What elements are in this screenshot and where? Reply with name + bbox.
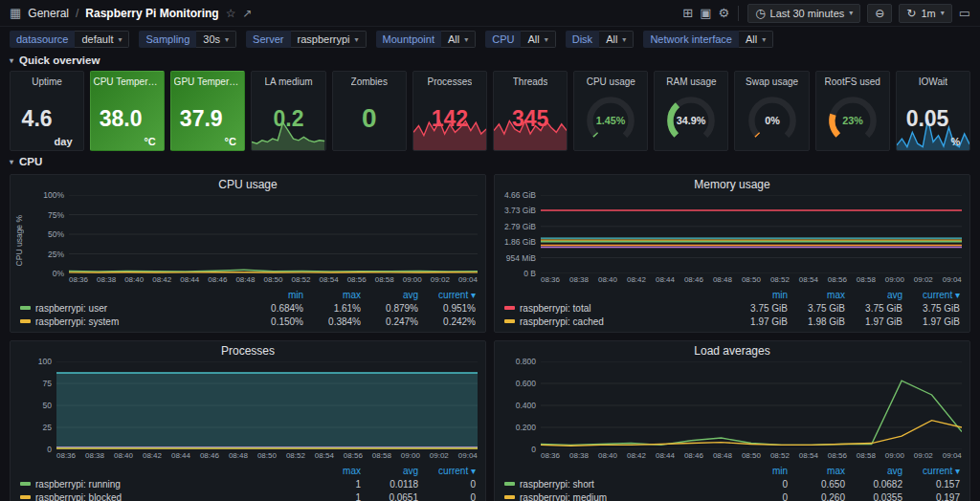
stat-panel-title[interactable]: Zombies (351, 76, 388, 87)
legend-series-toggle[interactable]: raspberrypi: blocked (20, 492, 303, 501)
plot-area[interactable] (69, 195, 478, 273)
tv-mode-icon[interactable]: ▭ (959, 7, 970, 19)
stat-panel-title[interactable]: IOWait (919, 76, 947, 87)
plot-area[interactable] (541, 361, 962, 449)
row-header-quick-overview[interactable]: ▾ Quick overview (0, 52, 980, 69)
legend-series-value: 0.247% (361, 316, 418, 327)
legend-column-header[interactable]: max (303, 290, 361, 300)
legend-series-toggle[interactable]: raspberrypi: total (504, 303, 730, 314)
stat-panel-title[interactable]: CPU usage (587, 76, 635, 87)
legend-column-header[interactable]: min (730, 290, 788, 300)
x-tick: 08:54 (799, 275, 818, 284)
y-axis-label: CPU usage % (12, 195, 25, 286)
stat-panel-title[interactable]: Threads (513, 76, 548, 87)
save-dashboard-icon[interactable]: ▣ (700, 7, 711, 19)
legend-series-value: 3.75 GiB (730, 303, 788, 314)
chevron-down-icon: ▾ (225, 35, 229, 44)
breadcrumb-title[interactable]: Raspberry Pi Monitoring (85, 7, 218, 20)
legend-column-header[interactable]: max (788, 466, 845, 476)
x-tick: 08:44 (180, 275, 199, 284)
add-panel-icon[interactable]: ⊞ (682, 7, 693, 19)
legend-series-toggle[interactable]: raspberrypi: user (20, 303, 246, 314)
variable-value-dropdown[interactable]: All▾ (441, 31, 476, 48)
breadcrumb-folder[interactable]: General (28, 7, 69, 20)
stat-panel-title[interactable]: RAM usage (666, 76, 716, 87)
variable-value-dropdown[interactable]: All▾ (521, 31, 555, 48)
time-range-picker[interactable]: ◷ Last 30 minutes ▾ (747, 4, 860, 23)
variable-value-text: All (746, 33, 757, 45)
variable-label: Sampling (139, 31, 196, 48)
variable-value-dropdown[interactable]: 30s▾ (196, 31, 236, 48)
legend-column-header[interactable]: current ▾ (902, 466, 960, 476)
legend-column-header[interactable]: avg (361, 290, 418, 300)
x-tick: 08:40 (124, 275, 144, 284)
legend-column-header[interactable]: avg (845, 466, 902, 476)
legend-series-value: 0.650 (788, 479, 845, 490)
refresh-picker[interactable]: ↻ 1m ▾ (899, 4, 951, 23)
legend-series-toggle[interactable]: raspberrypi: system (20, 316, 246, 327)
y-tick: 75% (48, 210, 64, 220)
variable-value-dropdown[interactable]: default▾ (75, 31, 129, 48)
x-tick-labels: 08:3608:3808:4008:4208:4408:4608:4808:50… (541, 449, 962, 462)
stat-value-wrap: 142 (432, 87, 468, 150)
graph-panel-title[interactable]: Memory usage (495, 175, 969, 193)
plot-area[interactable] (56, 361, 478, 449)
variable-value-dropdown[interactable]: raspberrypi▾ (291, 31, 367, 48)
stat-panel-title[interactable]: Uptime (32, 76, 62, 87)
legend-column-header[interactable]: current ▾ (418, 466, 476, 476)
stat-panel-title[interactable]: LA medium (265, 76, 313, 87)
plot-area[interactable] (541, 195, 962, 273)
legend-series-value: 3.75 GiB (788, 303, 845, 314)
legend-column-header[interactable]: avg (845, 290, 902, 300)
legend-column-header[interactable]: current ▾ (902, 290, 960, 300)
legend-column-header[interactable]: avg (361, 466, 418, 476)
stat-panel-title[interactable]: CPU Temperat... (93, 76, 162, 87)
legend-series-toggle[interactable]: raspberrypi: cached (504, 316, 730, 327)
graph-panel-title[interactable]: Processes (11, 341, 485, 359)
x-tick: 09:00 (403, 275, 422, 284)
variable-value-dropdown[interactable]: All▾ (599, 31, 634, 48)
legend-series-toggle[interactable]: raspberrypi: running (20, 479, 303, 490)
stat-panel-title[interactable]: RootFS used (825, 76, 880, 87)
variable-label: Server (246, 31, 290, 48)
x-tick: 09:00 (885, 275, 904, 284)
stat-panel-title[interactable]: Swap usage (746, 76, 798, 87)
plot-column: 08:3608:3808:4008:4208:4408:4608:4808:50… (69, 195, 478, 286)
x-tick: 08:38 (85, 451, 104, 460)
variable-value-text: default (81, 33, 113, 45)
chevron-down-icon: ▾ (118, 35, 122, 44)
plot-column: 08:3608:3808:4008:4208:4408:4608:4808:50… (56, 361, 478, 462)
x-tick: 08:52 (770, 451, 790, 460)
x-tick: 08:38 (569, 275, 589, 284)
stat-value: 0.2 (274, 108, 304, 130)
share-icon[interactable]: ↗ (242, 8, 252, 19)
legend-series-value: 0.951% (418, 303, 476, 314)
star-icon[interactable]: ☆ (226, 8, 236, 19)
legend-series-toggle[interactable]: raspberrypi: medium (504, 492, 730, 501)
stat-panel-title[interactable]: GPU Temperat... (174, 76, 243, 87)
legend-column-header[interactable]: current ▾ (418, 290, 476, 300)
chevron-down-icon: ▾ (849, 9, 853, 17)
x-tick: 08:36 (541, 451, 560, 460)
legend-series-toggle[interactable]: raspberrypi: short (504, 479, 730, 490)
zoom-out-button[interactable]: ⊖ (867, 4, 892, 23)
variable-datasource: datasourcedefault▾ (10, 31, 129, 48)
legend-column-header[interactable]: max (303, 466, 361, 476)
graph-panel-title[interactable]: Load averages (495, 341, 969, 359)
legend-column-header[interactable]: min (246, 290, 303, 300)
row-header-cpu[interactable]: ▾ CPU (0, 153, 980, 170)
stat-panel-title[interactable]: Processes (428, 76, 473, 87)
legend-series-value: 0 (418, 492, 476, 501)
legend-header-row: minmaxavgcurrent ▾ (504, 288, 960, 301)
stat-panel: LA medium0.2 (251, 71, 325, 151)
legend-column-header[interactable]: min (730, 466, 788, 476)
legend-column-header[interactable]: max (788, 290, 845, 300)
graph-panel-title[interactable]: CPU usage (11, 175, 485, 193)
dashboards-icon[interactable]: ▦ (10, 7, 21, 19)
variable-value-dropdown[interactable]: All▾ (739, 31, 773, 48)
series-color-swatch (504, 306, 515, 310)
legend-series-row: raspberrypi: running10.01180 (20, 477, 476, 490)
dashboard-settings-icon[interactable]: ⚙ (718, 7, 729, 19)
x-tick: 08:50 (257, 451, 277, 460)
navbar-left: ▦ General / Raspberry Pi Monitoring ☆ ↗ (10, 7, 253, 20)
